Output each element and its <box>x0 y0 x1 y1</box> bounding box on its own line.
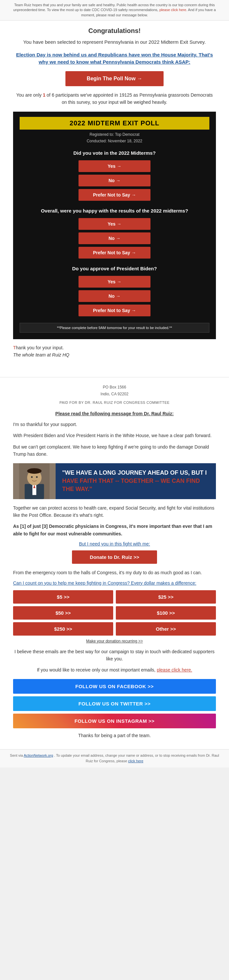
congratulations-heading: Congratulations! <box>13 27 216 35</box>
q2-yes-button[interactable]: Yes → <box>78 218 151 230</box>
dr-photo <box>13 463 56 499</box>
dr-photo-svg <box>16 463 52 499</box>
dr-raul-body: I'm so thankful for your support. With P… <box>13 421 216 458</box>
question-2-text: Overall, were you happy with the results… <box>20 207 209 214</box>
main-content: Congratulations! You have been selected … <box>0 21 229 371</box>
q3-no-button[interactable]: No → <box>78 290 151 302</box>
donate-5-button[interactable]: $5 >> <box>13 590 113 604</box>
poll-conducted: Conducted: November 18, 2022 <box>20 138 209 144</box>
q2-prefer-not-button[interactable]: Prefer Not to Say → <box>78 247 151 259</box>
can-i-count-link[interactable]: Can I count on you to help me keep fight… <box>13 581 216 585</box>
donate-other-button[interactable]: Other >> <box>116 622 216 636</box>
quote-block: "WE HAVE A LONG JOURNEY AHEAD OF US, BUT… <box>13 463 216 499</box>
dr-paragraph-1: I'm so thankful for your support. <box>13 421 216 428</box>
svg-point-7 <box>36 476 38 477</box>
thank-you-text: Thank you for your input. <box>13 345 216 350</box>
poll-question-2: Overall, were you happy with the results… <box>20 207 209 259</box>
but-i-need-link[interactable]: But I need you in this fight with me: <box>13 541 216 546</box>
donation-grid: $5 >> $25 >> $50 >> $100 >> $250 >> Othe… <box>13 590 216 636</box>
from-emergency-text: From the emergency room to the halls of … <box>13 569 216 576</box>
section-divider <box>0 377 229 377</box>
dr-paragraph-3: But we can't get complacent. We have to … <box>13 443 216 458</box>
address-line1: PO Box 1566 <box>13 384 216 391</box>
q2-no-button[interactable]: No → <box>78 232 151 244</box>
facebook-button[interactable]: FOLLOW US ON FACEBOOK >> <box>13 679 216 694</box>
q1-yes-button[interactable]: Yes → <box>78 160 151 172</box>
bottom-legal-text: Sent via <box>10 753 23 757</box>
q3-yes-button[interactable]: Yes → <box>78 276 151 288</box>
if-you-like-span: If you would like to receive only our mo… <box>37 667 156 673</box>
top-banner: Team Ruiz hopes that you and your family… <box>0 0 229 21</box>
poll-question-3: Do you approve of President Biden? Yes →… <box>20 265 209 316</box>
participant-pre: You are only <box>16 92 42 98</box>
donate-250-button[interactable]: $250 >> <box>13 622 113 636</box>
election-headline: Election Day is now behind us and Republ… <box>13 51 216 66</box>
dr-raul-body-2: Together we can protect access to health… <box>13 504 216 538</box>
bottom-legal: Sent via ActionNetwork.org . To update y… <box>0 749 229 767</box>
q1-no-button[interactable]: No → <box>78 175 151 186</box>
q3-prefer-not-button[interactable]: Prefer Not to Say → <box>78 305 151 316</box>
twitter-button[interactable]: FOLLOW US ON TWITTER >> <box>13 696 216 711</box>
if-you-like-text: If you would like to receive only our mo… <box>13 666 216 673</box>
donate-25-button[interactable]: $25 >> <box>116 590 216 604</box>
donate-100-button[interactable]: $100 >> <box>116 606 216 620</box>
poll-title: 2022 MIDTERM EXIT POLL <box>20 117 209 130</box>
quote-text: "WE HAVE A LONG JOURNEY AHEAD OF US, BUT… <box>56 463 216 499</box>
paragraph-4: Together we can protect access to health… <box>13 504 216 519</box>
paragraph-5: As [1] of just [3] Democratic physicians… <box>13 523 216 537</box>
poll-question-1: Did you vote in the 2022 Midterms? Yes →… <box>20 150 209 201</box>
address-line2: Indio, CA 92202 <box>13 391 216 398</box>
dr-paragraph-2: With President Biden and Vice President … <box>13 432 216 439</box>
cdc-link[interactable]: please click here. <box>159 8 187 12</box>
begin-poll-button[interactable]: Begin The Poll Now → <box>66 71 163 86</box>
question-3-text: Do you approve of President Biden? <box>20 265 209 272</box>
poll-registered: Registered to: Top Democrat <box>20 132 209 138</box>
poll-meta: Registered to: Top Democrat Conducted: N… <box>20 132 209 144</box>
footer-section: PO Box 1566 Indio, CA 92202 PAID FOR BY … <box>0 384 229 749</box>
donate-50-button[interactable]: $50 >> <box>13 606 113 620</box>
most-important-link[interactable]: please click here. <box>157 667 192 673</box>
participant-mid: of 6 participants we've appointed in 191… <box>47 92 213 105</box>
q1-prefer-not-button[interactable]: Prefer Not to Say → <box>78 189 151 201</box>
action-network-link[interactable]: ActionNetwork.org <box>24 753 53 757</box>
selected-text: You have been selected to represent Penn… <box>13 38 216 46</box>
participant-text: You are only 1 of 6 participants we've a… <box>13 91 216 106</box>
believe-emails-text: I believe these emails are the best way … <box>13 648 216 663</box>
click-here-link[interactable]: click here <box>128 759 143 763</box>
instagram-button[interactable]: FOLLOW US ON INSTAGRAM >> <box>13 714 216 728</box>
make-recurring-link[interactable]: Make your donation recurring >> <box>13 639 216 643</box>
dr-raul-heading: Please read the following message from D… <box>13 411 216 416</box>
participant-number: 1 <box>43 92 45 98</box>
paid-for-text: PAID FOR BY DR. RAUL RUIZ FOR CONGRESS C… <box>13 401 216 404</box>
footer-address: PO Box 1566 Indio, CA 92202 <box>13 384 216 398</box>
thanks-team-text: Thanks for being a part of the team. <box>13 733 216 738</box>
donate-button[interactable]: Donate to Dr. Ruiz >> <box>72 550 157 564</box>
svg-point-6 <box>31 476 33 477</box>
poll-box: 2022 MIDTERM EXIT POLL Registered to: To… <box>13 111 216 339</box>
question-1-text: Did you vote in the 2022 Midterms? <box>20 150 209 156</box>
poll-footer-note: **Please complete before 9AM tomorrow fo… <box>20 323 209 332</box>
svg-point-5 <box>27 468 42 474</box>
team-text: The whole team at Ruiz HQ <box>13 352 216 358</box>
